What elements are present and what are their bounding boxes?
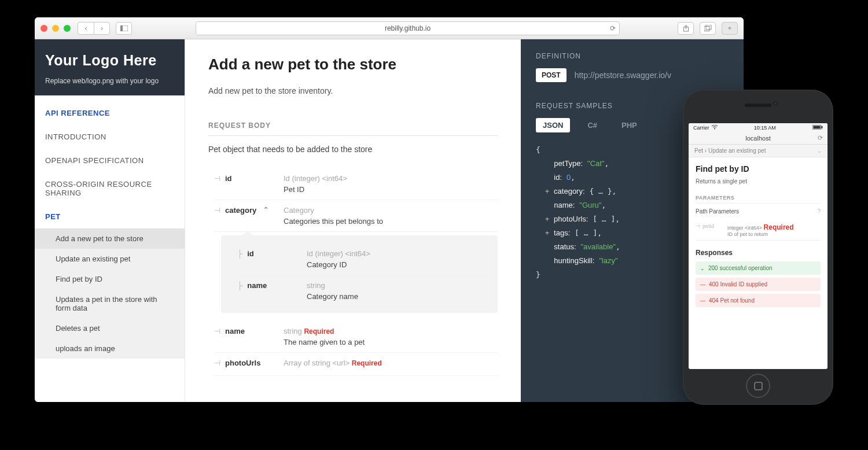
tabs-button[interactable] [700,22,716,35]
subnav-item[interactable]: Find pet by ID [35,269,185,289]
param-name: petId [703,223,714,237]
logo-block: Your Logo Here Replace web/logo.png with… [35,39,185,95]
share-button[interactable] [678,22,694,35]
home-button[interactable] [746,374,770,398]
forward-button[interactable]: › [94,22,110,35]
subnav-item[interactable]: Add a new pet to the store [35,228,185,249]
mobile-main: Find pet by ID Returns a single pet PARA… [689,157,827,369]
camera-icon [773,101,778,106]
nav-item[interactable]: CROSS-ORIGIN RESOURCE SHARING [35,172,185,205]
sidebar: Your Logo Here Replace web/logo.png with… [35,39,185,402]
content: Add a new pet to the store Add new pet t… [185,39,521,402]
traffic-lights [41,25,71,32]
phone-device: Carrier 10:15 AM localhost ⟳ Pet › Updat… [683,90,833,405]
param-type: integer <int64> [727,225,762,231]
back-button[interactable]: ‹ [78,22,94,35]
param-row: ├namestring Category name [237,275,487,307]
mobile-urlbar[interactable]: localhost ⟳ [689,132,827,145]
response-400[interactable]: —400 Invalid ID supplied [696,278,821,291]
toolbar-right: + [678,22,738,35]
titlebar: ‹ › rebilly.github.io ⟳ + [35,17,744,39]
minimize-icon[interactable] [52,25,59,32]
zoom-icon[interactable] [64,25,71,32]
sample-tab[interactable]: C# [580,118,604,132]
param-row: ⊣namestring RequiredThe name given to a … [214,321,498,353]
parameters-label: PARAMETERS [696,195,821,204]
svg-rect-3 [704,27,709,31]
nav-buttons: ‹ › [78,22,110,35]
param-row: ⊣idId (integer) <int64> Pet ID [214,168,498,200]
divider [208,135,498,136]
new-tab-button[interactable]: + [722,22,738,35]
svg-rect-4 [706,25,711,29]
nav-item[interactable]: OPENAPI SPECIFICATION [35,149,185,172]
mobile-url: localhost [745,135,770,142]
param-row: ⊣category⌃Category Categories this pet b… [214,200,498,232]
url-bar[interactable]: rebilly.github.io ⟳ [196,21,620,35]
url-text: rebilly.github.io [385,24,431,32]
carrier-label: Carrier [693,125,709,131]
subnav-item[interactable]: Deletes a pet [35,318,185,338]
wifi-icon [712,125,718,131]
svg-rect-1 [120,25,123,31]
subnav-item[interactable]: Updates a pet in the store with form dat… [35,289,185,318]
subnav-item[interactable]: Update an existing pet [35,249,185,269]
response-404[interactable]: —404 Pet not found [696,294,821,307]
response-200[interactable]: ⌄200 successful operation [696,261,821,275]
param-row: ├idId (integer) <int64> Category ID [237,244,487,275]
page-description: Add new pet to the store inventory. [208,86,498,95]
responses-label: Responses [696,249,821,257]
definition-url: http://petstore.swagger.io/v [575,71,671,80]
crumb-text: Pet › Update an existing pet [694,147,766,154]
definition-row: POST http://petstore.swagger.io/v [536,68,729,82]
definition-label: DEFINITION [536,52,729,60]
request-body-desc: Pet object that needs to be added to the… [208,145,498,154]
mobile-title: Find pet by ID [696,164,821,174]
reload-icon[interactable]: ⟳ [610,24,616,32]
param-row: ⊣photoUrlsArray of string <url> Required [214,353,498,376]
nav-item[interactable]: API REFERENCE [35,101,185,125]
param-desc: ID of pet to return [727,231,768,237]
page-title: Add a new pet to the store [208,56,498,73]
subnav: Add a new pet to the storeUpdate an exis… [35,228,185,359]
phone-screen: Carrier 10:15 AM localhost ⟳ Pet › Updat… [689,123,827,369]
app-body: Your Logo Here Replace web/logo.png with… [35,39,744,402]
status-bar: Carrier 10:15 AM [689,123,827,132]
method-badge: POST [536,68,567,82]
subnav-item[interactable]: uploads an image [35,338,185,359]
svg-rect-7 [813,126,820,128]
logo-subtitle: Replace web/logo.png with your logo [45,77,174,85]
main: Add a new pet to the store Add new pet t… [185,39,744,402]
request-body-label: REQUEST BODY [208,121,498,130]
mobile-desc: Returns a single pet [696,178,821,185]
path-params-label: Path Parameters [696,208,739,215]
svg-point-5 [714,128,715,130]
mobile-param-row: ⊣petId integer <int64> Required ID of pe… [696,220,821,241]
logo-title: Your Logo Here [45,52,174,69]
sample-tab[interactable]: PHP [615,118,644,132]
params-list: ⊣idId (integer) <int64> Pet ID⊣category⌃… [208,168,498,376]
browser-window: ‹ › rebilly.github.io ⟳ + Your Logo Here… [35,17,744,402]
nav-item[interactable]: INTRODUCTION [35,125,185,149]
chevron-down-icon[interactable]: ⌄ [817,147,822,154]
mobile-reload-icon[interactable]: ⟳ [818,134,823,142]
mobile-crumb[interactable]: Pet › Update an existing pet ⌄ [689,145,827,157]
required-badge: Required [764,223,794,231]
close-icon[interactable] [41,25,47,32]
battery-icon [812,125,823,131]
help-icon[interactable]: ? [817,208,821,215]
path-params-row: Path Parameters ? [696,208,821,215]
time-label: 10:15 AM [754,125,776,131]
nav-item[interactable]: PET [35,205,185,228]
nav: API REFERENCEINTRODUCTIONOPENAPI SPECIFI… [35,95,185,228]
sample-tab[interactable]: JSON [536,118,570,132]
nested-params: ├idId (integer) <int64> Category ID├name… [221,235,498,313]
sidebar-toggle-button[interactable] [116,22,132,35]
svg-rect-8 [821,126,822,128]
